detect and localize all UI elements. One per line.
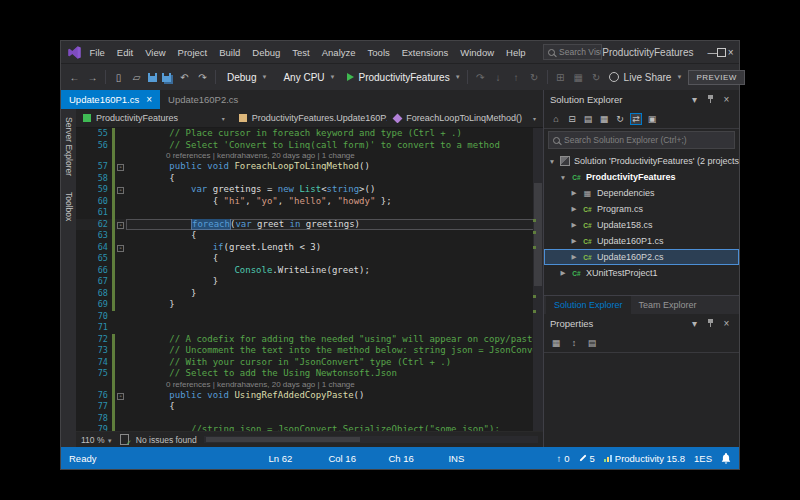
- preview-selected-items-icon[interactable]: ▣: [646, 114, 658, 124]
- breadcrumb-segment-2[interactable]: ForeachLoopToLinqMethod()▾: [387, 113, 543, 123]
- health-message[interactable]: No issues found: [136, 435, 197, 445]
- tool-tab-toolbox[interactable]: Toolbox: [64, 192, 74, 221]
- menu-edit[interactable]: Edit: [113, 45, 136, 60]
- code-text[interactable]: }: [126, 276, 543, 288]
- tool-tab-solution-explorer[interactable]: Solution Explorer: [546, 296, 631, 314]
- tree-item-update160p2-cs[interactable]: ▶C#Update160P2.cs: [544, 249, 739, 265]
- close-icon[interactable]: ×: [720, 94, 733, 105]
- code-line[interactable]: 56 // Select 'Convert to Linq(call form)…: [76, 140, 543, 152]
- breakpoint-margin[interactable]: [76, 288, 84, 300]
- codelens-line[interactable]: 0 references | kendrahavens, 20 days ago…: [76, 380, 543, 390]
- code-line[interactable]: 66 Console.WriteLine(greet);: [76, 265, 543, 277]
- alphabetical-icon[interactable]: ↕: [568, 338, 580, 348]
- doc-tab-update160p2.cs[interactable]: Update160P2.cs: [160, 90, 246, 109]
- breakpoint-margin[interactable]: [76, 322, 84, 334]
- code-text[interactable]: {: [126, 230, 543, 242]
- show-all-files-icon[interactable]: ▦: [598, 114, 610, 124]
- code-text[interactable]: // A codefix for adding the needed "usin…: [126, 334, 543, 346]
- categorized-icon[interactable]: ▦: [550, 338, 562, 348]
- tree-item-solution-productivityfeatures-2-projects-[interactable]: ▼Solution 'ProductivityFeatures' (2 proj…: [544, 153, 739, 169]
- code-line[interactable]: 71: [76, 322, 543, 334]
- code-line[interactable]: 74 // With your cursor in "JsonConvert" …: [76, 357, 543, 369]
- code-text[interactable]: { "hi", "yo", "hello", "howdy" };: [126, 196, 543, 208]
- save-icon[interactable]: [148, 73, 157, 82]
- tree-item-update160p1-cs[interactable]: ▶C#Update160P1.cs: [544, 233, 739, 249]
- bell-icon[interactable]: [721, 453, 731, 464]
- close-icon[interactable]: ×: [146, 95, 152, 105]
- code-text[interactable]: }: [126, 299, 543, 311]
- code-text[interactable]: public void UsingRefAddedCopyPaste(): [126, 390, 543, 402]
- code-line[interactable]: 58 {: [76, 173, 543, 185]
- code-text[interactable]: // Place cursor in foreach keyword and t…: [126, 128, 543, 140]
- tree-collapse-arrow-icon[interactable]: ▼: [548, 158, 556, 165]
- platform-dropdown[interactable]: Any CPU ▼: [278, 71, 340, 84]
- breakpoint-margin[interactable]: [76, 424, 84, 431]
- code-text[interactable]: // Select 'Convert to Linq(call form)' t…: [126, 140, 543, 152]
- breakpoint-margin[interactable]: [76, 334, 84, 346]
- code-text[interactable]: {: [126, 401, 543, 413]
- menu-help[interactable]: Help: [503, 45, 530, 60]
- menu-file[interactable]: File: [86, 45, 108, 60]
- tree-expand-arrow-icon[interactable]: ▶: [570, 253, 578, 261]
- code-editor[interactable]: 55 // Place cursor in foreach keyword an…: [76, 128, 543, 431]
- scrollbar-thumb[interactable]: [534, 183, 542, 286]
- pending-edits[interactable]: 5: [579, 453, 595, 464]
- new-file-icon[interactable]: ▯: [112, 72, 125, 83]
- breakpoint-margin[interactable]: [76, 219, 84, 231]
- code-line[interactable]: 72 // A codefix for adding the needed "u…: [76, 334, 543, 346]
- code-text[interactable]: 0 references | kendrahavens, 20 days ago…: [126, 380, 543, 390]
- start-debugging-button[interactable]: ProductivityFeatures ▼: [347, 72, 461, 83]
- code-text[interactable]: // Select to add the Using Newtonsoft.Js…: [126, 368, 543, 380]
- breadcrumb-segment-1[interactable]: ProductivityFeatures.Update160P1▾: [232, 113, 388, 123]
- breadcrumb-segment-0[interactable]: ProductivityFeatures▾: [76, 113, 232, 123]
- sync-with-active-document-icon[interactable]: ⇄: [630, 113, 642, 125]
- code-line[interactable]: 64- if(greet.Length < 3): [76, 242, 543, 254]
- live-share-button[interactable]: Live Share ▼: [609, 72, 683, 83]
- outlining-margin[interactable]: -: [115, 242, 126, 254]
- code-line[interactable]: 67 }: [76, 276, 543, 288]
- breakpoint-margin[interactable]: [76, 151, 84, 161]
- tree-item-productivityfeatures[interactable]: ▼C#ProductivityFeatures: [544, 169, 739, 185]
- outlining-margin[interactable]: -: [115, 161, 126, 173]
- tree-expand-arrow-icon[interactable]: ▶: [570, 237, 578, 245]
- breakpoint-margin[interactable]: [76, 413, 84, 425]
- breakpoint-margin[interactable]: [76, 299, 84, 311]
- breakpoint-margin[interactable]: [76, 184, 84, 196]
- code-text[interactable]: if(greet.Length < 3): [126, 242, 543, 254]
- code-text[interactable]: // Uncomment the text into the method be…: [126, 345, 543, 357]
- code-line[interactable]: 62- foreach(var greet in greetings): [76, 219, 543, 231]
- breakpoint-margin[interactable]: [76, 161, 84, 173]
- vertical-scrollbar[interactable]: [533, 128, 543, 431]
- code-line[interactable]: 70: [76, 311, 543, 323]
- step-out-icon[interactable]: ↑: [510, 72, 523, 83]
- breakpoint-margin[interactable]: [76, 368, 84, 380]
- outlining-margin[interactable]: -: [115, 184, 126, 196]
- collapse-icon[interactable]: -: [117, 393, 124, 400]
- breakpoint-margin[interactable]: [76, 196, 84, 208]
- collapse-icon[interactable]: -: [117, 164, 124, 171]
- tree-item-dependencies[interactable]: ▶▦Dependencies: [544, 185, 739, 201]
- solution-config-dropdown[interactable]: Debug ▼: [222, 71, 272, 84]
- code-line[interactable]: 79 //string json = JsonConvert.Serialize…: [76, 424, 543, 431]
- code-line[interactable]: 55 // Place cursor in foreach keyword an…: [76, 128, 543, 140]
- tool-tab-server-explorer[interactable]: Server Explorer: [64, 117, 74, 176]
- doc-tab-update160p1.cs[interactable]: Update160P1.cs×: [61, 90, 160, 109]
- code-line[interactable]: 57- public void ForeachLoopToLinqMethod(…: [76, 161, 543, 173]
- menu-tools[interactable]: Tools: [364, 45, 393, 60]
- code-text[interactable]: var greetings = new List<string>(): [126, 184, 543, 196]
- tree-item-update158-cs[interactable]: ▶C#Update158.cs: [544, 217, 739, 233]
- find-in-files-icon[interactable]: ▦: [572, 72, 585, 83]
- pin-icon[interactable]: [707, 95, 714, 104]
- code-line[interactable]: 76- public void UsingRefAddedCopyPaste(): [76, 390, 543, 402]
- menu-debug[interactable]: Debug: [249, 45, 284, 60]
- open-folder-icon[interactable]: ▱: [130, 72, 143, 83]
- code-text[interactable]: public void ForeachLoopToLinqMethod(): [126, 161, 543, 173]
- breakpoint-margin[interactable]: [76, 265, 84, 277]
- collapse-all-icon[interactable]: ⊟: [566, 114, 578, 124]
- tree-expand-arrow-icon[interactable]: ▶: [570, 221, 578, 229]
- solution-explorer-search-input[interactable]: Search Solution Explorer (Ctrl+;): [548, 131, 735, 149]
- preview-badge[interactable]: PREVIEW: [688, 70, 744, 85]
- code-text[interactable]: foreach(var greet in greetings): [126, 219, 543, 231]
- code-text[interactable]: Console.WriteLine(greet);: [126, 265, 543, 277]
- forward-arrow-icon[interactable]: →: [86, 72, 99, 83]
